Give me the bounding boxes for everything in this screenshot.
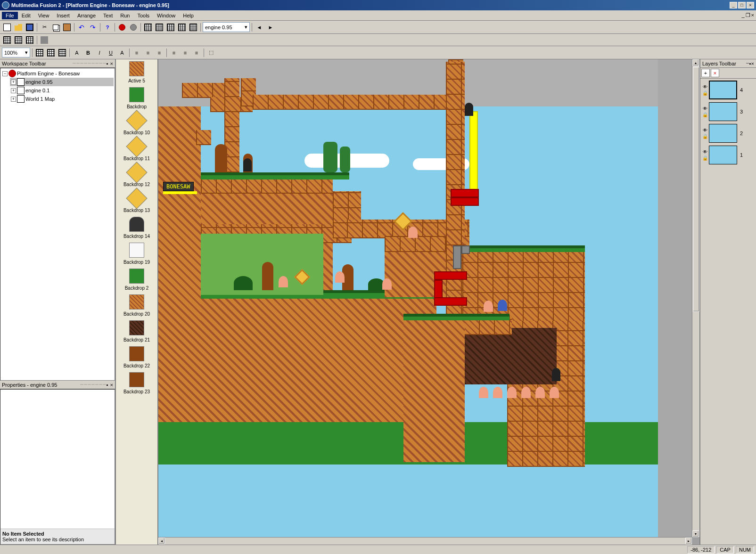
object-item[interactable]: Backdrop 20 — [118, 294, 156, 317]
tb2-btn-3[interactable] — [25, 35, 35, 45]
vertical-scrollbar[interactable]: ▴ ▾ — [692, 59, 699, 537]
pin-icon[interactable]: ▪ — [107, 61, 108, 66]
layer-item[interactable]: 👁🔒4 — [702, 81, 754, 99]
horizontal-scrollbar[interactable]: ◂ ▸ — [158, 537, 692, 545]
object-item[interactable]: Backdrop 12 — [118, 165, 156, 187]
underline-button[interactable]: U — [106, 48, 116, 58]
data-elements-button[interactable] — [188, 22, 198, 33]
paste-button[interactable] — [62, 22, 72, 33]
align-left-button[interactable]: ≡ — [131, 48, 142, 58]
yellow-block[interactable] — [469, 111, 478, 196]
object-item[interactable]: Backdrop 13 — [118, 191, 156, 213]
tree-item[interactable]: +engine 0.1 — [10, 86, 114, 95]
workspace-tree[interactable]: − Platform Engine - Bonesaw +engine 0.95… — [0, 68, 115, 381]
object-item[interactable]: Backdrop 2 — [118, 269, 156, 291]
cut-button[interactable]: ✂ — [39, 22, 49, 33]
sprite-character[interactable] — [507, 387, 517, 398]
scroll-left-button[interactable]: ◂ — [158, 538, 165, 544]
snap-button[interactable] — [34, 48, 45, 58]
mdi-close-button[interactable]: × — [751, 12, 754, 18]
minimize-button[interactable]: _ — [730, 2, 737, 8]
sprite-character[interactable] — [335, 271, 345, 283]
event-list-button[interactable] — [177, 22, 187, 33]
font-button[interactable]: A — [72, 48, 82, 58]
red-block[interactable] — [434, 271, 467, 280]
sprite-character[interactable] — [408, 227, 418, 238]
close-button[interactable]: × — [747, 2, 754, 8]
expand-icon[interactable]: + — [11, 97, 16, 102]
close-panel-button[interactable]: × — [751, 61, 754, 66]
crop-button[interactable]: ⬚ — [206, 48, 216, 58]
layer-item[interactable]: 👁🔒1 — [702, 146, 754, 164]
prev-frame-button[interactable] — [254, 22, 264, 33]
menu-file[interactable]: File — [2, 12, 18, 19]
frame-editor-button[interactable] — [154, 22, 164, 33]
sprite-character[interactable] — [279, 276, 288, 287]
next-frame-button[interactable] — [265, 22, 276, 33]
door-object[interactable] — [552, 368, 560, 381]
color-button[interactable]: A — [117, 48, 127, 58]
sprite-character[interactable] — [479, 387, 488, 398]
undo-button[interactable]: ↶ — [76, 22, 87, 33]
object-item[interactable]: Backdrop 22 — [118, 346, 156, 368]
italic-button[interactable]: I — [94, 48, 105, 58]
lock-icon[interactable]: 🔒 — [702, 112, 708, 118]
menu-view[interactable]: View — [34, 12, 53, 19]
expand-icon[interactable]: + — [11, 88, 16, 93]
sprite-character[interactable] — [521, 387, 531, 398]
align-center-button[interactable]: ≡ — [143, 48, 153, 58]
sprite-character[interactable] — [493, 387, 502, 398]
lock-icon[interactable]: 🔒 — [702, 155, 708, 161]
frame-editor-canvas[interactable]: BONESAW — [158, 59, 699, 545]
object-item[interactable]: Active 5 — [118, 61, 156, 83]
expand-icon[interactable]: − — [2, 71, 8, 76]
red-block[interactable] — [434, 297, 467, 306]
sprite-character[interactable] — [382, 278, 392, 290]
menu-help[interactable]: Help — [179, 12, 197, 19]
align-middle-button[interactable]: ≡ — [180, 48, 190, 58]
lock-icon[interactable]: 🔒 — [702, 90, 708, 96]
tree-item[interactable]: +engine 0.95 — [10, 78, 114, 86]
sprite-character[interactable] — [550, 387, 559, 398]
align-right-button[interactable]: ≡ — [154, 48, 164, 58]
menu-insert[interactable]: Insert — [53, 12, 74, 19]
scroll-right-button[interactable]: ▸ — [685, 538, 692, 544]
sprite-character[interactable] — [535, 387, 545, 398]
pin-icon[interactable]: ▪ — [107, 382, 108, 388]
add-layer-button[interactable]: + — [701, 69, 710, 77]
door-object[interactable] — [243, 158, 252, 171]
eye-icon[interactable]: 👁 — [702, 149, 708, 155]
layer-item[interactable]: 👁🔒3 — [702, 102, 754, 121]
event-editor-button[interactable] — [165, 22, 176, 33]
storyboard-button[interactable] — [143, 22, 153, 33]
gray-block[interactable] — [453, 245, 461, 269]
eye-icon[interactable]: 👁 — [702, 84, 708, 90]
save-button[interactable] — [25, 22, 35, 33]
frame-combo[interactable]: engine 0.95 ▾ — [203, 22, 250, 32]
object-item[interactable]: Backdrop 11 — [118, 139, 156, 161]
sprite-character[interactable] — [484, 301, 493, 312]
open-button[interactable] — [13, 22, 24, 33]
align-top-button[interactable]: ≡ — [169, 48, 179, 58]
lock-icon[interactable]: 🔒 — [702, 134, 708, 139]
run-app-button[interactable] — [117, 22, 127, 33]
layer-item[interactable]: 👁🔒2 — [702, 124, 754, 143]
help-button[interactable]: ? — [102, 22, 113, 33]
menu-run[interactable]: Run — [116, 12, 133, 19]
layers-list[interactable]: 👁🔒4👁🔒3👁🔒2👁🔒1 — [700, 79, 756, 545]
bold-button[interactable]: B — [83, 48, 93, 58]
menu-arrange[interactable]: Arrange — [74, 12, 99, 19]
new-button[interactable] — [2, 22, 12, 33]
grid-setup-button[interactable] — [57, 48, 67, 58]
sprite-player[interactable] — [498, 300, 507, 311]
object-item[interactable]: Backdrop 19 — [118, 243, 156, 265]
gray-block[interactable] — [461, 245, 470, 254]
copy-button[interactable] — [50, 22, 61, 33]
tree-item[interactable]: +World 1 Map — [10, 95, 114, 103]
mdi-restore-button[interactable]: ❐ — [746, 12, 750, 18]
maximize-button[interactable]: □ — [738, 2, 746, 8]
align-bottom-button[interactable]: ≡ — [191, 48, 202, 58]
object-item[interactable]: Backdrop — [118, 87, 156, 109]
object-item[interactable]: Backdrop 23 — [118, 372, 156, 394]
run-frame-button[interactable] — [128, 22, 139, 33]
